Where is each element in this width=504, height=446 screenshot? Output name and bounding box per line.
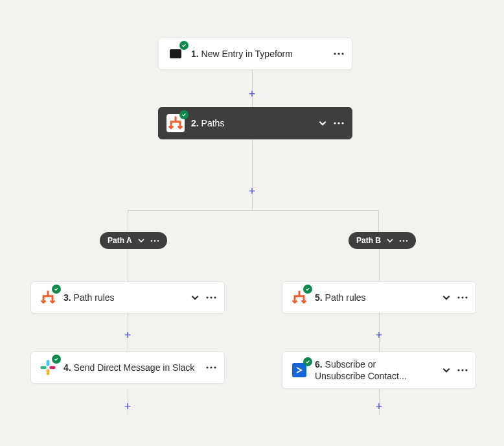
slack-icon — [39, 358, 57, 377]
node-paths[interactable]: 2. Paths — [158, 107, 352, 139]
svg-point-15 — [457, 296, 459, 298]
svg-point-27 — [465, 370, 467, 371]
typeform-icon — [166, 45, 185, 63]
workflow-canvas: + 1. New Entry in Typeform 2. P — [0, 0, 504, 446]
svg-rect-19 — [40, 366, 46, 370]
svg-point-4 — [338, 122, 339, 124]
more-icon[interactable] — [206, 366, 216, 369]
svg-point-1 — [338, 53, 339, 54]
svg-rect-21 — [49, 366, 55, 370]
svg-point-6 — [150, 240, 152, 242]
add-step-button[interactable]: + — [123, 402, 132, 411]
more-icon[interactable] — [150, 240, 159, 242]
svg-point-14 — [214, 296, 216, 298]
svg-point-16 — [461, 296, 463, 298]
svg-point-12 — [206, 296, 208, 298]
svg-point-17 — [465, 296, 467, 298]
chevron-down-icon[interactable] — [386, 237, 394, 244]
status-success-icon — [52, 285, 61, 294]
svg-point-9 — [400, 240, 402, 242]
svg-point-10 — [403, 240, 405, 242]
more-icon[interactable] — [457, 369, 468, 371]
status-success-icon — [52, 355, 61, 364]
svg-point-2 — [341, 53, 343, 54]
node-label: 6. Subscribe or Unsubscribe Contact... — [315, 358, 435, 382]
path-b-pill[interactable]: Path B — [349, 232, 416, 249]
node-slack-dm[interactable]: 4. Send Direct Message in Slack — [30, 351, 225, 384]
connector-line — [379, 249, 380, 281]
svg-rect-20 — [47, 369, 50, 375]
status-success-icon — [179, 41, 189, 50]
node-label: 3. Path rules — [63, 292, 184, 303]
add-step-button[interactable]: + — [247, 187, 257, 196]
paths-icon — [39, 288, 57, 307]
add-step-button[interactable]: + — [123, 331, 132, 340]
paths-icon — [290, 288, 308, 307]
more-icon[interactable] — [457, 296, 468, 299]
more-icon[interactable] — [399, 240, 408, 242]
svg-point-3 — [334, 122, 336, 124]
node-label: 2. Paths — [191, 117, 312, 129]
svg-point-22 — [206, 366, 208, 368]
more-icon[interactable] — [206, 296, 216, 299]
svg-point-8 — [157, 240, 159, 242]
svg-rect-18 — [47, 360, 50, 366]
svg-point-5 — [341, 122, 343, 124]
status-success-icon — [179, 110, 189, 119]
svg-point-26 — [461, 370, 463, 371]
paths-icon — [166, 114, 185, 132]
node-path-rules-a[interactable]: 3. Path rules — [30, 281, 225, 314]
connector-line — [252, 139, 253, 211]
node-label: 4. Send Direct Message in Slack — [63, 362, 200, 373]
chevron-down-icon[interactable] — [190, 293, 200, 302]
add-step-button[interactable]: + — [374, 402, 384, 411]
pill-label: Path A — [108, 236, 132, 245]
node-label: 5. Path rules — [315, 292, 435, 303]
status-success-icon — [303, 357, 312, 366]
svg-point-24 — [214, 366, 216, 368]
node-activecampaign[interactable]: 6. Subscribe or Unsubscribe Contact... — [282, 351, 476, 389]
svg-point-23 — [210, 366, 212, 368]
svg-point-13 — [210, 296, 212, 298]
svg-point-0 — [334, 53, 336, 54]
more-icon[interactable] — [334, 53, 344, 55]
path-a-pill[interactable]: Path A — [100, 232, 167, 249]
svg-point-11 — [406, 240, 408, 242]
chevron-down-icon[interactable] — [442, 293, 451, 302]
add-step-button[interactable]: + — [374, 331, 384, 340]
node-path-rules-b[interactable]: 5. Path rules — [282, 281, 476, 314]
more-icon[interactable] — [334, 122, 344, 124]
chevron-down-icon[interactable] — [442, 366, 451, 375]
svg-point-25 — [457, 370, 459, 371]
status-success-icon — [303, 285, 312, 294]
activecampaign-icon — [290, 361, 308, 379]
chevron-down-icon[interactable] — [137, 237, 145, 244]
node-label: 1. New Entry in Typeform — [191, 48, 327, 60]
connector-line — [128, 249, 128, 281]
pill-label: Path B — [356, 236, 381, 245]
svg-point-7 — [154, 240, 155, 242]
add-step-button[interactable]: + — [247, 89, 257, 99]
chevron-down-icon[interactable] — [318, 119, 327, 128]
node-typeform-entry[interactable]: 1. New Entry in Typeform — [158, 38, 352, 70]
